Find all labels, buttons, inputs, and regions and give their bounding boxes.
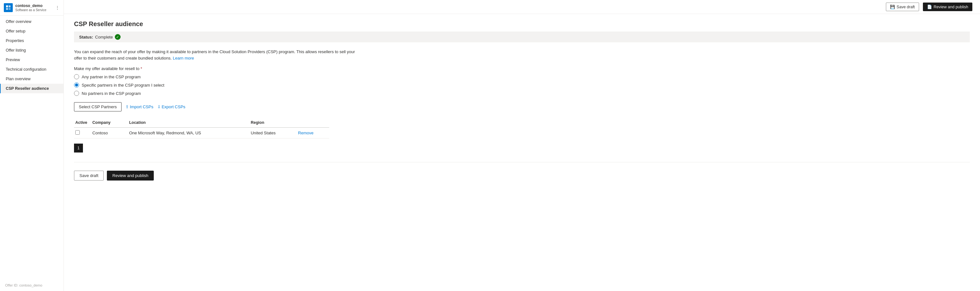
table-header-row: Active Company Location Region <box>74 118 329 128</box>
pagination: 1 <box>74 144 970 152</box>
company-subtitle: Software as a Service <box>15 8 46 12</box>
review-publish-bottom-button[interactable]: Review and publish <box>107 171 154 180</box>
col-location: Location <box>128 118 250 128</box>
description-text: You can expand the reach of your offer b… <box>74 49 361 61</box>
export-csps-link[interactable]: ⇩ Export CSPs <box>157 104 185 109</box>
svg-rect-1 <box>9 5 11 7</box>
learn-more-link[interactable]: Learn more <box>173 56 194 60</box>
import-csps-link[interactable]: ⇧ Import CSPs <box>126 104 153 109</box>
import-icon: ⇧ <box>126 104 129 109</box>
sidebar-header: contoso_demo Software as a Service ⋮ <box>0 0 64 16</box>
top-bar: 💾 Save draft 📄 Review and publish <box>64 0 980 14</box>
row-company: Contoso <box>91 128 128 139</box>
bottom-actions: Save draft Review and publish <box>74 168 970 187</box>
radio-no-partners-input[interactable] <box>74 91 79 96</box>
svg-rect-2 <box>6 8 8 10</box>
main-content: 💾 Save draft 📄 Review and publish CSP Re… <box>64 0 980 291</box>
sidebar-nav: Offer overview Offer setup Properties Of… <box>0 16 64 282</box>
required-indicator: * <box>139 66 142 71</box>
save-draft-bottom-button[interactable]: Save draft <box>74 171 104 180</box>
status-bar: Status: Complete ✓ <box>74 32 970 42</box>
sidebar-collapse-button[interactable]: ⋮ <box>55 5 60 10</box>
sidebar-item-technical-configuration[interactable]: Technical configuration <box>0 65 64 74</box>
sidebar-item-properties[interactable]: Properties <box>0 36 64 46</box>
page-title: CSP Reseller audience <box>74 21 970 28</box>
col-active: Active <box>74 118 91 128</box>
remove-link[interactable]: Remove <box>298 131 313 135</box>
save-draft-top-button[interactable]: 💾 Save draft <box>886 3 919 11</box>
sidebar: contoso_demo Software as a Service ⋮ Off… <box>0 0 64 291</box>
row-active-cell <box>74 128 91 139</box>
sidebar-item-csp-reseller-audience[interactable]: CSP Reseller audience <box>0 84 64 93</box>
field-label: Make my offer available for resell to * <box>74 66 970 71</box>
page-button-1[interactable]: 1 <box>74 144 83 152</box>
app-logo <box>4 3 13 12</box>
sidebar-item-offer-overview[interactable]: Offer overview <box>0 17 64 27</box>
svg-rect-0 <box>6 5 8 7</box>
status-value: Complete <box>95 35 113 40</box>
export-icon: ⇩ <box>157 104 161 109</box>
publish-icon: 📄 <box>927 5 932 9</box>
radio-group: Any partner in the CSP program Specific … <box>74 74 970 96</box>
sidebar-item-offer-listing[interactable]: Offer listing <box>0 46 64 55</box>
row-action-cell: Remove <box>297 128 329 139</box>
table-row: Contoso One Microsoft Way, Redmond, WA, … <box>74 128 329 139</box>
row-region: United States <box>250 128 297 139</box>
action-bar: Select CSP Partners ⇧ Import CSPs ⇩ Expo… <box>74 102 970 111</box>
review-publish-top-button[interactable]: 📄 Review and publish <box>923 3 972 11</box>
col-region: Region <box>250 118 297 128</box>
row-active-checkbox[interactable] <box>75 130 80 135</box>
row-location: One Microsoft Way, Redmond, WA, US <box>128 128 250 139</box>
offer-id: Offer ID: contoso_demo <box>0 282 64 291</box>
save-icon: 💾 <box>890 5 895 9</box>
col-action <box>297 118 329 128</box>
sidebar-item-preview[interactable]: Preview <box>0 55 64 65</box>
radio-no-partners[interactable]: No partners in the CSP program <box>74 91 970 96</box>
sidebar-item-plan-overview[interactable]: Plan overview <box>0 74 64 84</box>
svg-rect-3 <box>9 8 11 10</box>
radio-any-partner-input[interactable] <box>74 74 79 79</box>
radio-any-partner[interactable]: Any partner in the CSP program <box>74 74 970 79</box>
col-company: Company <box>91 118 128 128</box>
radio-specific-partners[interactable]: Specific partners in the CSP program I s… <box>74 82 970 87</box>
select-csp-partners-button[interactable]: Select CSP Partners <box>74 102 121 111</box>
company-name: contoso_demo <box>15 3 46 9</box>
csp-table: Active Company Location Region Contoso O… <box>74 118 329 139</box>
status-label: Status: <box>79 35 93 40</box>
status-complete-icon: ✓ <box>115 34 121 40</box>
sidebar-item-offer-setup[interactable]: Offer setup <box>0 27 64 36</box>
radio-specific-partners-input[interactable] <box>74 82 79 87</box>
content-area: CSP Reseller audience Status: Complete ✓… <box>64 14 980 291</box>
sidebar-title-block: contoso_demo Software as a Service <box>15 3 46 12</box>
